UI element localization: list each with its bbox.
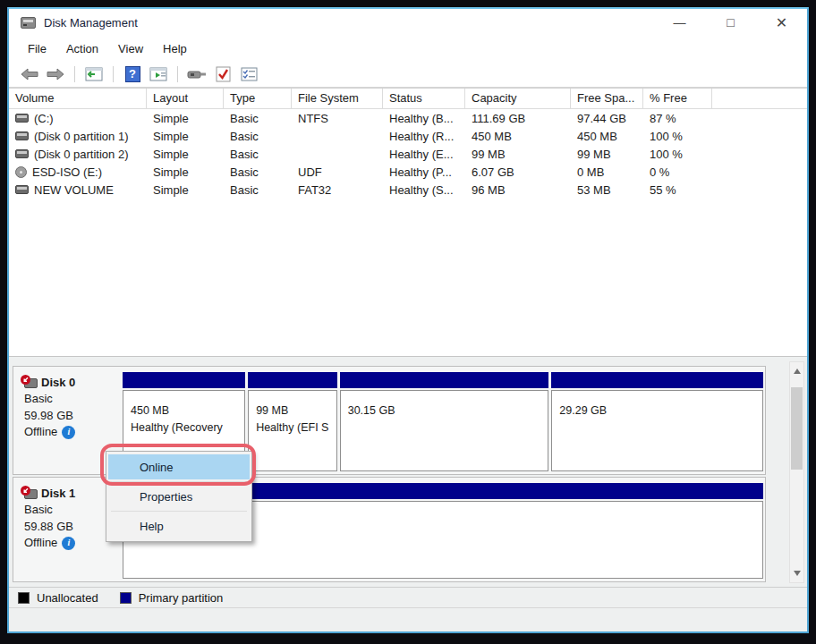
partition-status: Healthy (Recovery (131, 419, 244, 436)
cell-layout: Simple (147, 165, 224, 179)
check-document-icon[interactable] (213, 65, 233, 83)
menu-file[interactable]: File (18, 38, 56, 59)
cell-capacity: 111.69 GB (465, 112, 571, 125)
menu-separator (111, 511, 247, 512)
col-capacity[interactable]: Capacity (465, 89, 571, 109)
drive-icon (15, 185, 29, 194)
cell-file-system: NTFS (292, 112, 383, 125)
scroll-down-icon[interactable] (794, 571, 801, 576)
cell-layout: Simple (147, 130, 224, 143)
disk-1-label-panel[interactable]: Disk 1 Basic 59.88 GB Offline i (13, 478, 119, 581)
volume-name: (C:) (34, 112, 54, 125)
col-free-space[interactable]: Free Spa... (571, 89, 643, 109)
col-type[interactable]: Type (224, 89, 292, 109)
cell-pct-free: 55 % (643, 183, 712, 197)
partition-size: 99 MB (256, 402, 336, 419)
toolbar-separator (177, 66, 178, 82)
info-icon[interactable]: i (62, 537, 75, 550)
close-button[interactable]: ✕ (756, 9, 807, 36)
col-layout[interactable]: Layout (147, 89, 224, 109)
help-icon[interactable]: ? (123, 65, 142, 83)
cell-status: Healthy (R... (383, 130, 465, 143)
vertical-scrollbar[interactable] (789, 361, 804, 583)
partition[interactable]: 99 MB Healthy (EFI S (248, 372, 337, 471)
cell-capacity: 99 MB (465, 148, 571, 161)
cell-file-system: FAT32 (292, 183, 383, 197)
back-arrow-icon[interactable] (20, 65, 39, 83)
window-title: Disk Management (44, 16, 138, 30)
menu-item-online[interactable]: Online (108, 454, 250, 479)
volume-name: NEW VOLUME (34, 183, 114, 197)
table-row[interactable]: (Disk 0 partition 2) Simple Basic Health… (9, 145, 807, 163)
col-file-system[interactable]: File System (292, 89, 383, 109)
cell-type: Basic (224, 112, 292, 125)
cell-pct-free: 100 % (643, 148, 712, 161)
col-volume[interactable]: Volume (9, 89, 147, 109)
table-row[interactable]: ESD-ISO (E:) Simple Basic UDF Healthy (P… (9, 163, 807, 181)
disk-name: Disk 0 (41, 375, 75, 391)
partition-size: 29.29 GB (559, 402, 762, 419)
primary-partition-bar (123, 372, 245, 388)
col-pct-free[interactable]: % Free (643, 89, 712, 109)
context-menu: Online Properties Help (106, 451, 252, 542)
offline-badge-icon (21, 375, 30, 385)
minimize-button[interactable]: — (654, 9, 705, 36)
primary-partition-swatch (120, 592, 132, 604)
primary-partition-bar (248, 372, 337, 388)
cell-capacity: 6.07 GB (465, 165, 571, 179)
disk-0-label-panel[interactable]: Disk 0 Basic 59.98 GB Offline i (13, 367, 119, 474)
forward-arrow-icon[interactable] (46, 65, 65, 83)
table-row[interactable]: (C:) Simple Basic NTFS Healthy (B... 111… (9, 109, 807, 127)
cell-status: Healthy (P... (383, 165, 465, 179)
menu-item-properties[interactable]: Properties (108, 484, 250, 509)
toolbar: ? (9, 61, 807, 88)
cd-icon (15, 166, 27, 178)
drive-icon (15, 114, 29, 123)
menu-separator (111, 481, 247, 482)
partition-size: 30.15 GB (348, 402, 548, 419)
show-action-pane-icon[interactable] (149, 65, 168, 83)
cell-free-space: 53 MB (571, 183, 643, 197)
drive-icon (15, 149, 29, 158)
disk-name: Disk 1 (41, 486, 75, 502)
cell-capacity: 96 MB (465, 183, 571, 197)
partition-size: 450 MB (131, 402, 244, 419)
properties-list-icon[interactable] (239, 65, 259, 83)
cell-free-space: 0 MB (571, 165, 643, 179)
col-status[interactable]: Status (383, 89, 465, 109)
scroll-up-icon[interactable] (794, 369, 801, 374)
menu-bar: File Action View Help (9, 36, 807, 61)
disk-status: Offline (24, 424, 57, 440)
table-row[interactable]: NEW VOLUME Simple Basic FAT32 Healthy (S… (9, 181, 807, 199)
disk-offline-icon (24, 378, 38, 388)
partition[interactable]: 30.15 GB (340, 372, 549, 471)
menu-help[interactable]: Help (153, 38, 197, 59)
device-popup-icon[interactable] (187, 65, 207, 83)
disk-status: Offline (24, 535, 57, 551)
cell-type: Basic (224, 130, 292, 143)
legend-label: Primary partition (139, 591, 224, 605)
table-row[interactable]: (Disk 0 partition 1) Simple Basic Health… (9, 127, 807, 145)
menu-view[interactable]: View (108, 38, 153, 59)
unallocated-swatch (18, 592, 30, 604)
cell-status: Healthy (S... (383, 183, 465, 197)
info-icon[interactable]: i (62, 426, 75, 439)
maximize-button[interactable]: □ (705, 9, 756, 36)
scrollbar-thumb[interactable] (791, 387, 803, 470)
col-empty (712, 89, 807, 109)
partition[interactable]: 29.29 GB (551, 372, 763, 471)
cell-type: Basic (224, 148, 292, 161)
partition-status: Healthy (EFI S (256, 419, 336, 436)
legend-bar: Unallocated Primary partition (9, 587, 807, 607)
offline-badge-icon (21, 486, 30, 496)
volume-list: Volume Layout Type File System Status Ca… (9, 88, 807, 356)
cell-pct-free: 100 % (643, 130, 712, 143)
volume-name: (Disk 0 partition 2) (34, 148, 128, 161)
drive-icon (15, 131, 29, 140)
cell-capacity: 450 MB (465, 130, 571, 143)
cell-free-space: 97.44 GB (571, 112, 643, 125)
menu-item-help[interactable]: Help (108, 513, 250, 538)
menu-action[interactable]: Action (56, 38, 108, 59)
show-console-tree-icon[interactable] (84, 65, 104, 83)
volume-name: (Disk 0 partition 1) (34, 130, 128, 143)
